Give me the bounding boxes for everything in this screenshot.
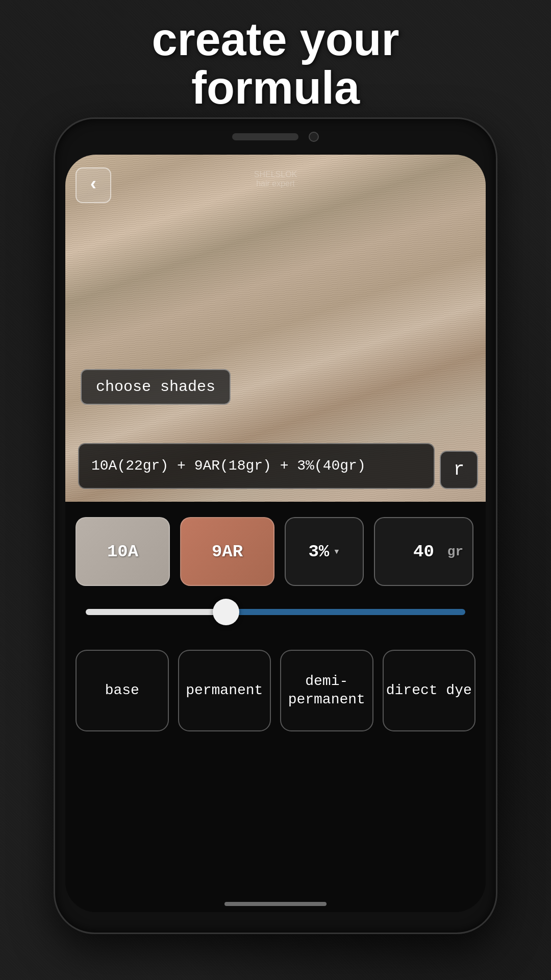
swatches-row: 10A 9AR 3% ▾ 40 gr bbox=[76, 517, 475, 586]
swatch-40-label: 40 bbox=[413, 542, 434, 561]
type-btn-demi-permanent-label: demi-permanent bbox=[281, 672, 372, 709]
swatch-10a[interactable]: 10A bbox=[76, 517, 170, 586]
title-line1: create your bbox=[0, 15, 551, 64]
type-buttons-row: base permanent demi-permanent direct dye bbox=[76, 650, 475, 731]
r-button-label: r bbox=[454, 459, 465, 480]
swatch-10a-label: 10A bbox=[107, 542, 138, 561]
formula-text: 10A(22gr) + 9AR(18gr) + 3%(40gr) bbox=[91, 458, 366, 474]
slider-thumb[interactable] bbox=[213, 599, 239, 625]
phone-screen: SHELSLOK hair expert ‹ choose shades 10A… bbox=[65, 155, 486, 912]
type-btn-permanent-label: permanent bbox=[186, 681, 263, 700]
home-indicator bbox=[224, 902, 327, 906]
swatch-9ar[interactable]: 9AR bbox=[180, 517, 274, 586]
type-btn-demi-permanent[interactable]: demi-permanent bbox=[280, 650, 373, 731]
type-btn-base[interactable]: base bbox=[76, 650, 169, 731]
hair-image: SHELSLOK hair expert ‹ choose shades 10A… bbox=[65, 155, 486, 502]
swatch-3pct-label: 3% bbox=[308, 542, 329, 561]
slider-track bbox=[86, 609, 465, 615]
back-chevron-icon: ‹ bbox=[88, 176, 99, 194]
type-btn-direct-dye[interactable]: direct dye bbox=[383, 650, 476, 731]
r-button[interactable]: r bbox=[440, 451, 478, 489]
phone-camera bbox=[309, 132, 319, 142]
brand-sub: hair expert bbox=[254, 179, 297, 188]
formula-box: 10A(22gr) + 9AR(18gr) + 3%(40gr) bbox=[78, 443, 435, 489]
phone-speaker bbox=[232, 133, 298, 140]
type-btn-direct-dye-label: direct dye bbox=[386, 681, 472, 700]
swatch-40[interactable]: 40 gr bbox=[374, 517, 473, 586]
phone-top-bar bbox=[232, 132, 319, 142]
phone-frame: SHELSLOK hair expert ‹ choose shades 10A… bbox=[54, 117, 497, 934]
type-btn-base-label: base bbox=[105, 681, 139, 700]
title-line2: formula bbox=[0, 64, 551, 112]
brand-name: SHELSLOK bbox=[254, 170, 297, 179]
choose-shades-button[interactable]: choose shades bbox=[81, 369, 231, 405]
choose-shades-label: choose shades bbox=[96, 378, 215, 396]
back-button[interactable]: ‹ bbox=[76, 167, 111, 203]
brand-watermark: SHELSLOK hair expert bbox=[254, 170, 297, 188]
swatch-3pct[interactable]: 3% ▾ bbox=[285, 517, 364, 586]
type-btn-permanent[interactable]: permanent bbox=[178, 650, 271, 731]
page-title: create your formula bbox=[0, 15, 551, 112]
slider-area bbox=[86, 609, 465, 615]
dropdown-arrow-icon: ▾ bbox=[333, 545, 340, 558]
swatch-40-unit: gr bbox=[447, 544, 463, 559]
swatch-9ar-label: 9AR bbox=[212, 542, 243, 561]
